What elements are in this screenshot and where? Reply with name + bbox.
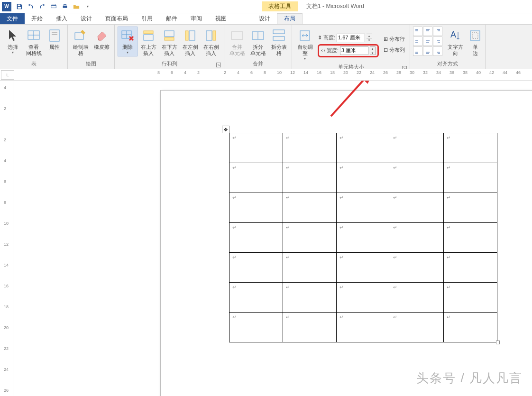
tab-review[interactable]: 审阅 [184,13,209,24]
table-cell[interactable]: ↵ [229,253,283,283]
align-mc[interactable] [423,37,432,46]
table-cell[interactable]: ↵ [337,133,390,163]
table-cell[interactable]: ↵ [390,253,444,283]
table-cell[interactable]: ↵ [229,283,283,313]
tab-insert[interactable]: 插入 [49,13,74,24]
qat-customize-icon[interactable]: ▾ [83,2,92,11]
insert-below-button[interactable]: 在下方插入 [159,27,179,58]
table-cell[interactable]: ↵ [283,283,337,313]
insert-above-button[interactable]: 在上方插入 [138,27,158,58]
table-cell[interactable]: ↵ [337,283,390,313]
tab-design[interactable]: 设计 [74,13,99,24]
tab-table-layout[interactable]: 布局 [277,13,303,24]
align-mr[interactable] [433,37,442,46]
page-region[interactable]: ✥ ↵↵↵↵↵↵↵↵↵↵↵↵↵↵↵↵↵↵↵↵↵↵↵↵↵↵↵↵↵↵↵↵↵↵↵ 头条… [13,81,532,396]
table-cell[interactable]: ↵ [390,223,444,253]
align-tc[interactable] [423,27,432,36]
table-cell[interactable]: ↵ [337,313,390,342]
tab-view[interactable]: 视图 [209,13,233,24]
alignment-grid [413,27,442,56]
table-cell[interactable]: ↵ [229,193,283,223]
ruler-corner[interactable]: L [1,70,14,80]
align-ml[interactable] [413,37,422,46]
distribute-cols-button[interactable]: ⊟分布列 [384,46,405,54]
insert-left-button[interactable]: 在左侧插入 [180,27,200,58]
text-direction-button[interactable]: A 文字方向 [445,27,465,58]
select-button[interactable]: 选择▾ [3,27,23,56]
table-cell[interactable]: ↵ [444,133,497,163]
table-cell[interactable]: ↵ [390,133,444,163]
eraser-button[interactable]: 橡皮擦 [92,27,111,52]
table-cell[interactable]: ↵ [283,133,337,163]
height-spinner[interactable]: ▲▼ [367,34,372,42]
split-table-button[interactable]: 拆分表格 [269,27,289,58]
height-label: 高度: [323,34,335,41]
properties-button[interactable]: 属性 [45,27,64,52]
tab-home[interactable]: 开始 [25,13,49,24]
eraser-icon [94,28,109,43]
height-input[interactable] [337,34,365,42]
table-cell[interactable]: ↵ [444,193,497,223]
align-tl[interactable] [413,27,422,36]
table-cell[interactable]: ↵ [337,253,390,283]
table-cell[interactable]: ↵ [229,313,283,342]
table-cell[interactable]: ↵ [283,193,337,223]
print-preview-icon[interactable] [49,2,58,11]
tab-table-design[interactable]: 设计 [252,13,277,24]
align-br[interactable] [433,46,442,56]
open-folder-icon[interactable] [72,2,81,11]
width-input[interactable] [340,46,368,55]
tab-file[interactable]: 文件 [0,13,25,24]
split-cells-button[interactable]: 拆分 单元格 [248,27,268,58]
document-table[interactable]: ↵↵↵↵↵↵↵↵↵↵↵↵↵↵↵↵↵↵↵↵↵↵↵↵↵↵↵↵↵↵↵↵↵↵↵ [229,133,497,342]
table-cell[interactable]: ↵ [283,253,337,283]
table-cell[interactable]: ↵ [444,253,497,283]
table-cell[interactable]: ↵ [444,223,497,253]
save-icon[interactable] [15,2,24,11]
merge-cells-button[interactable]: 合并 单元格 [227,27,247,58]
draw-table-button[interactable]: 绘制表格 [71,27,91,58]
undo-icon[interactable] [27,2,35,11]
svg-rect-4 [63,6,67,8]
table-cell[interactable]: ↵ [390,283,444,313]
table-cell[interactable]: ↵ [229,223,283,253]
cell-margins-button[interactable]: 单 边 [468,27,482,58]
table-cell[interactable]: ↵ [283,223,337,253]
table-cell[interactable]: ↵ [444,283,497,313]
table-cell[interactable]: ↵ [283,313,337,342]
svg-rect-17 [144,31,153,34]
delete-button[interactable]: 删除▾ [118,27,138,56]
table-cell[interactable]: ↵ [390,163,444,193]
quick-print-icon[interactable] [61,2,69,11]
table-cell[interactable]: ↵ [337,223,390,253]
redo-icon[interactable] [38,2,46,11]
tab-references[interactable]: 引用 [135,13,159,24]
launcher-icon[interactable]: ↘ [216,63,221,67]
tab-page-layout[interactable]: 页面布局 [99,13,135,24]
table-cell[interactable]: ↵ [390,313,444,342]
cursor-icon [5,28,20,43]
table-cell[interactable]: ↵ [337,193,390,223]
width-spinner[interactable]: ▲▼ [370,46,376,55]
table-cell[interactable]: ↵ [229,133,283,163]
vertical-ruler[interactable]: 422468101214161820222426 [0,81,13,396]
table-cell[interactable]: ↵ [390,193,444,223]
table-cell[interactable]: ↵ [229,163,283,193]
align-bc[interactable] [423,46,432,56]
svg-rect-27 [273,30,284,34]
table-cell[interactable]: ↵ [337,163,390,193]
table-move-handle[interactable]: ✥ [222,126,229,133]
distribute-rows-button[interactable]: ⊞分布行 [384,36,405,43]
insert-right-button[interactable]: 在右侧插入 [201,27,221,58]
table-cell[interactable]: ↵ [283,163,337,193]
autofit-button[interactable]: 自动调整▾ [295,27,315,63]
align-bl[interactable] [413,46,422,56]
table-cell[interactable]: ↵ [444,313,497,342]
tab-mailings[interactable]: 邮件 [159,13,184,24]
align-tr[interactable] [433,27,442,36]
split-table-icon [271,28,286,43]
horizontal-ruler[interactable]: 8642246810121416182022242628303234363840… [15,69,532,80]
view-gridlines-button[interactable]: 查看 网格线 [24,27,44,58]
table-cell[interactable]: ↵ [444,163,497,193]
table-resize-handle[interactable] [496,341,500,344]
